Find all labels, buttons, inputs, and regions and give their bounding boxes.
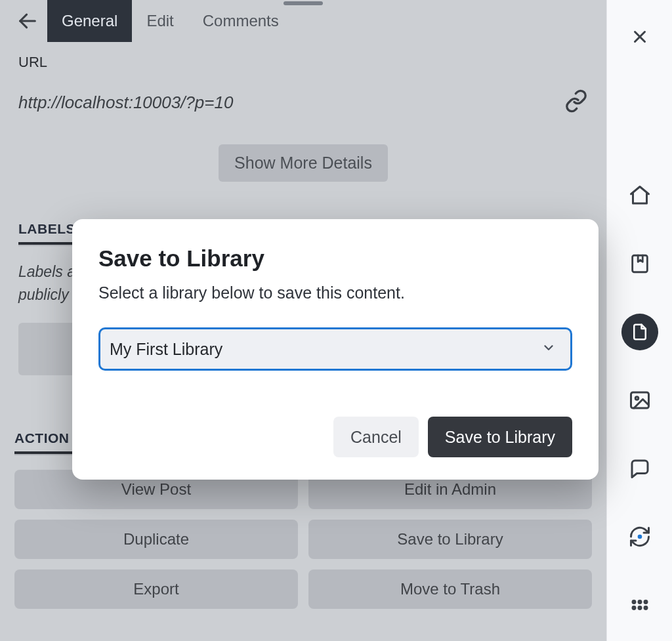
svg-point-10 (631, 606, 636, 610)
save-library-modal: Save to Library Select a library below t… (72, 219, 598, 480)
document-icon (630, 322, 650, 342)
bookmark-icon (629, 253, 651, 275)
document-button[interactable] (621, 314, 658, 350)
tabs: General Edit Comments (47, 0, 293, 42)
svg-point-7 (631, 600, 636, 604)
svg-rect-4 (631, 392, 648, 408)
image-icon (628, 388, 652, 412)
vertical-toolbar (606, 0, 672, 641)
grid-icon (628, 593, 652, 617)
close-icon (630, 27, 650, 47)
modal-subtitle: Select a library below to save this cont… (98, 283, 572, 302)
chat-icon (628, 457, 652, 480)
link-icon[interactable] (564, 89, 588, 115)
svg-point-6 (637, 535, 642, 539)
svg-point-12 (643, 606, 648, 610)
sync-icon (628, 525, 652, 548)
library-select[interactable]: My First Library (98, 327, 572, 371)
modal-actions: Cancel Save to Library (98, 417, 572, 457)
move-trash-button[interactable]: Move to Trash (308, 569, 592, 609)
tab-edit[interactable]: Edit (132, 0, 188, 42)
modal-title: Save to Library (98, 245, 572, 272)
sync-button[interactable] (621, 518, 658, 555)
home-icon (628, 184, 652, 207)
drag-handle[interactable] (284, 1, 323, 5)
save-library-button[interactable]: Save to Library (308, 520, 592, 559)
cancel-button[interactable]: Cancel (333, 417, 419, 457)
svg-point-11 (637, 606, 642, 610)
url-value: http://localhost:10003/?p=10 (18, 93, 233, 113)
save-button[interactable]: Save to Library (428, 417, 572, 457)
back-button[interactable] (8, 0, 47, 42)
show-more-button[interactable]: Show More Details (219, 144, 388, 182)
tab-comments[interactable]: Comments (188, 0, 293, 42)
url-row: http://localhost:10003/?p=10 (18, 89, 588, 115)
arrow-left-icon (16, 10, 39, 32)
library-select-value: My First Library (110, 340, 222, 359)
duplicate-button[interactable]: Duplicate (14, 520, 298, 559)
home-button[interactable] (621, 177, 658, 214)
export-button[interactable]: Export (14, 569, 298, 609)
tab-general[interactable]: General (47, 0, 132, 42)
actions-grid: View Post Edit in Admin Duplicate Save t… (14, 470, 592, 609)
svg-point-9 (643, 600, 648, 604)
top-bar: General Edit Comments (0, 0, 606, 42)
svg-point-8 (637, 600, 642, 604)
svg-rect-3 (632, 255, 647, 272)
chat-button[interactable] (621, 450, 658, 487)
chevron-down-icon (541, 340, 556, 359)
image-button[interactable] (621, 382, 658, 419)
close-button[interactable] (621, 18, 658, 55)
show-more-wrap: Show More Details (18, 144, 588, 182)
svg-point-5 (635, 397, 639, 400)
url-label: URL (18, 54, 588, 71)
bookmark-button[interactable] (621, 245, 658, 282)
apps-button[interactable] (621, 587, 658, 623)
